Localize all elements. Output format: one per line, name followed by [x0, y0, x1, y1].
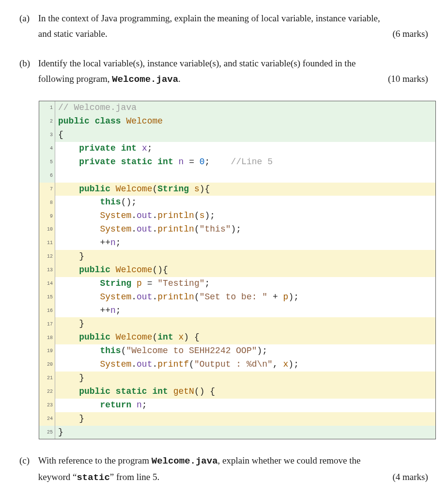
line-number: 20: [39, 358, 55, 372]
code-line-15: 15 System.out.println("Set to be: " + p)…: [39, 291, 435, 304]
code-token: [205, 387, 210, 396]
code-token: ): [184, 332, 189, 342]
question-c-keyword: static: [77, 472, 109, 483]
code-token: x: [283, 359, 289, 369]
line-number: 25: [39, 426, 55, 439]
code-token: {: [194, 332, 200, 342]
code-line-11: 11 ++n;: [39, 236, 435, 250]
code-line-25: 25}: [39, 426, 435, 439]
code-token: public: [79, 332, 110, 342]
code-token: [58, 306, 100, 315]
code-token: out: [137, 292, 152, 302]
code-token: .: [131, 211, 137, 220]
line-number: 14: [39, 277, 55, 291]
code-token: out: [137, 211, 152, 220]
code-token: );: [205, 211, 216, 220]
line-number: 21: [39, 372, 55, 385]
line-number: 4: [39, 142, 55, 155]
code-token: (: [152, 184, 157, 194]
code-token: );: [288, 359, 299, 369]
code-token: [58, 251, 79, 261]
code-token: .: [131, 224, 137, 234]
question-c-line2-prefix: keyword “: [38, 472, 77, 482]
code-line-1: 1// Welcome.java: [39, 101, 435, 115]
code-token: [58, 292, 100, 302]
code-token: {: [210, 387, 215, 396]
code-token: [147, 387, 153, 396]
question-b-program: Welcome.java: [112, 74, 178, 85]
code-token: println: [157, 292, 194, 302]
code-token: }: [58, 427, 63, 437]
code-content: System.out.println(s);: [55, 209, 435, 223]
code-token: //Line 5: [231, 157, 273, 167]
line-number: 12: [39, 250, 55, 264]
code-content: System.out.println("Set to be: " + p);: [55, 291, 435, 304]
question-b: (b) Identify the local variable(s), inst…: [19, 56, 429, 88]
code-content: public Welcome(){: [55, 264, 435, 277]
code-token: .: [152, 359, 157, 369]
code-token: System: [100, 292, 131, 302]
code-token: {: [58, 130, 63, 140]
code-line-5: 5 private static int n = 0; //Line 5: [39, 155, 435, 169]
question-b-line1: Identify the local variable(s), instance…: [38, 58, 356, 68]
code-token: public: [79, 387, 110, 396]
code-token: ;: [205, 157, 210, 167]
code-token: n: [137, 400, 142, 410]
code-token: .: [131, 359, 137, 369]
code-token: [110, 332, 116, 342]
code-token: [121, 116, 126, 126]
line-number: 13: [39, 264, 55, 277]
code-token: n: [110, 306, 116, 315]
code-token: }: [79, 373, 84, 383]
code-token: printf: [157, 359, 189, 369]
code-content: System.out.println("this");: [55, 223, 435, 236]
code-token: [58, 143, 79, 153]
code-line-18: 18 public Welcome(int x) {: [39, 331, 435, 344]
code-token: [58, 319, 79, 328]
code-token: String: [157, 184, 189, 194]
code-token: [189, 332, 194, 342]
code-line-8: 8 this();: [39, 196, 435, 209]
code-content: private static int n = 0; //Line 5: [55, 155, 435, 169]
code-line-23: 23 return n;: [39, 399, 435, 412]
line-number: 16: [39, 304, 55, 318]
code-token: {: [205, 184, 210, 194]
code-token: [58, 265, 79, 275]
code-content: public static int getN() {: [55, 385, 435, 399]
code-token: .: [152, 292, 157, 302]
code-token: (: [121, 346, 126, 356]
code-token: [168, 387, 173, 396]
code-token: [131, 279, 137, 288]
question-c-body: With reference to the program Welcome.ja…: [38, 453, 428, 485]
question-b-body: Identify the local variable(s), instance…: [38, 56, 428, 88]
code-token: private: [79, 143, 116, 153]
code-content: {: [55, 128, 435, 142]
code-token: );: [288, 292, 299, 302]
code-token: ): [200, 184, 205, 194]
line-number: 8: [39, 196, 55, 209]
code-content: // Welcome.java: [55, 101, 435, 115]
code-token: s: [200, 211, 205, 220]
code-content: public class Welcome: [55, 115, 435, 128]
line-number: 5: [39, 155, 55, 169]
code-token: [173, 332, 179, 342]
code-content: }: [55, 317, 435, 331]
code-token: x: [142, 143, 147, 153]
page: (a) In the context of Java programming, …: [0, 0, 448, 496]
question-c-program: Welcome.java: [152, 456, 218, 466]
code-token: (: [189, 359, 194, 369]
code-token: ++: [100, 306, 110, 315]
code-token: [58, 211, 100, 220]
code-token: int: [121, 143, 137, 153]
line-number: 10: [39, 223, 55, 236]
line-number: 18: [39, 331, 55, 344]
code-token: System: [100, 359, 131, 369]
code-line-4: 4 private int x;: [39, 142, 435, 155]
code-token: [110, 265, 116, 275]
question-c-label: (c): [19, 453, 36, 468]
code-token: public: [79, 265, 110, 275]
code-content: }: [55, 426, 435, 439]
question-b-line2-suffix: .: [178, 74, 181, 84]
code-token: Welcome: [116, 332, 153, 342]
code-token: println: [157, 224, 194, 234]
